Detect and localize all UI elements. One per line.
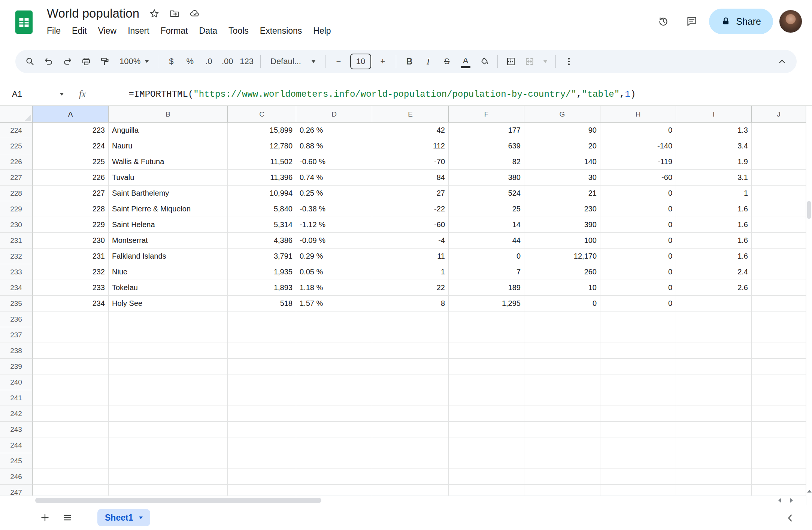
cell-E226[interactable]: -70 (372, 154, 449, 170)
cell-H244[interactable] (600, 437, 676, 453)
cell-A230[interactable]: 229 (33, 217, 109, 233)
increase-decimals-button[interactable]: .00 (218, 52, 237, 70)
cell-E243[interactable] (372, 422, 449, 437)
cell-H229[interactable]: 0 (600, 201, 676, 217)
cell-J231[interactable] (752, 233, 806, 249)
cell-I225[interactable]: 3.4 (676, 138, 752, 154)
row-header-230[interactable]: 230 (0, 217, 33, 233)
cell-F241[interactable] (449, 390, 524, 406)
collapse-side-panel-button[interactable] (781, 509, 799, 527)
cell-B224[interactable]: Anguilla (109, 123, 228, 138)
cell-F224[interactable]: 177 (449, 123, 524, 138)
cell-F227[interactable]: 380 (449, 170, 524, 186)
column-header-I[interactable]: I (676, 106, 752, 123)
cell-J243[interactable] (752, 422, 806, 437)
cell-G245[interactable] (524, 453, 600, 469)
cell-H240[interactable] (600, 374, 676, 390)
cell-J229[interactable] (752, 201, 806, 217)
cell-B244[interactable] (109, 437, 228, 453)
cell-B243[interactable] (109, 422, 228, 437)
cell-A224[interactable]: 223 (33, 123, 109, 138)
cell-B234[interactable]: Tokelau (109, 280, 228, 296)
cell-F225[interactable]: 639 (449, 138, 524, 154)
cell-J232[interactable] (752, 249, 806, 264)
cell-J226[interactable] (752, 154, 806, 170)
row-header-228[interactable]: 228 (0, 186, 33, 201)
cell-A246[interactable] (33, 469, 109, 485)
cell-G241[interactable] (524, 390, 600, 406)
cell-F245[interactable] (449, 453, 524, 469)
column-header-B[interactable]: B (109, 106, 228, 123)
cell-E232[interactable]: 11 (372, 249, 449, 264)
cell-F229[interactable]: 25 (449, 201, 524, 217)
decrease-decimals-button[interactable]: .0 (199, 52, 218, 70)
cell-I230[interactable]: 1.6 (676, 217, 752, 233)
cell-A245[interactable] (33, 453, 109, 469)
cell-E237[interactable] (372, 327, 449, 343)
cell-A236[interactable] (33, 311, 109, 327)
cell-B237[interactable] (109, 327, 228, 343)
cell-J224[interactable] (752, 123, 806, 138)
cell-G238[interactable] (524, 343, 600, 359)
cell-H230[interactable]: 0 (600, 217, 676, 233)
menu-help[interactable]: Help (307, 24, 336, 38)
cell-E228[interactable]: 27 (372, 186, 449, 201)
cell-A242[interactable] (33, 406, 109, 422)
cell-D224[interactable]: 0.26 % (296, 123, 372, 138)
cell-I243[interactable] (676, 422, 752, 437)
cell-H241[interactable] (600, 390, 676, 406)
zoom-dropdown[interactable]: 100% (114, 52, 154, 70)
column-header-A[interactable]: A (33, 106, 109, 123)
cell-E227[interactable]: 84 (372, 170, 449, 186)
cell-G244[interactable] (524, 437, 600, 453)
cell-C235[interactable]: 518 (228, 296, 296, 311)
cell-J241[interactable] (752, 390, 806, 406)
cell-F228[interactable]: 524 (449, 186, 524, 201)
row-header-243[interactable]: 243 (0, 422, 33, 437)
cell-G226[interactable]: 140 (524, 154, 600, 170)
cell-B225[interactable]: Nauru (109, 138, 228, 154)
cell-A241[interactable] (33, 390, 109, 406)
cell-G224[interactable]: 90 (524, 123, 600, 138)
row-header-231[interactable]: 231 (0, 233, 33, 249)
menu-file[interactable]: File (41, 24, 66, 38)
cell-I227[interactable]: 3.1 (676, 170, 752, 186)
row-header-227[interactable]: 227 (0, 170, 33, 186)
redo-button[interactable] (58, 52, 77, 70)
currency-format-button[interactable]: $ (162, 52, 181, 70)
cell-I246[interactable] (676, 469, 752, 485)
cell-E245[interactable] (372, 453, 449, 469)
cell-J239[interactable] (752, 359, 806, 374)
cell-C246[interactable] (228, 469, 296, 485)
cell-D231[interactable]: -0.09 % (296, 233, 372, 249)
row-header-239[interactable]: 239 (0, 359, 33, 374)
document-title[interactable]: World population (47, 6, 139, 21)
cell-C242[interactable] (228, 406, 296, 422)
cell-E236[interactable] (372, 311, 449, 327)
cell-D240[interactable] (296, 374, 372, 390)
cell-H225[interactable]: -140 (600, 138, 676, 154)
scroll-left-button[interactable] (775, 497, 784, 504)
row-header-234[interactable]: 234 (0, 280, 33, 296)
cell-D232[interactable]: 0.29 % (296, 249, 372, 264)
cell-G243[interactable] (524, 422, 600, 437)
cell-D236[interactable] (296, 311, 372, 327)
cell-B245[interactable] (109, 453, 228, 469)
cell-I233[interactable]: 2.4 (676, 264, 752, 280)
cell-B229[interactable]: Saint Pierre & Miquelon (109, 201, 228, 217)
row-header-233[interactable]: 233 (0, 264, 33, 280)
cell-C239[interactable] (228, 359, 296, 374)
cell-C231[interactable]: 4,386 (228, 233, 296, 249)
cell-J242[interactable] (752, 406, 806, 422)
cell-A233[interactable]: 232 (33, 264, 109, 280)
row-header-241[interactable]: 241 (0, 390, 33, 406)
comments-button[interactable] (681, 10, 703, 33)
cell-G236[interactable] (524, 311, 600, 327)
cell-B232[interactable]: Falkland Islands (109, 249, 228, 264)
row-header-245[interactable]: 245 (0, 453, 33, 469)
cell-J225[interactable] (752, 138, 806, 154)
cell-H233[interactable]: 0 (600, 264, 676, 280)
cell-H238[interactable] (600, 343, 676, 359)
cell-I232[interactable]: 1.6 (676, 249, 752, 264)
cell-E241[interactable] (372, 390, 449, 406)
